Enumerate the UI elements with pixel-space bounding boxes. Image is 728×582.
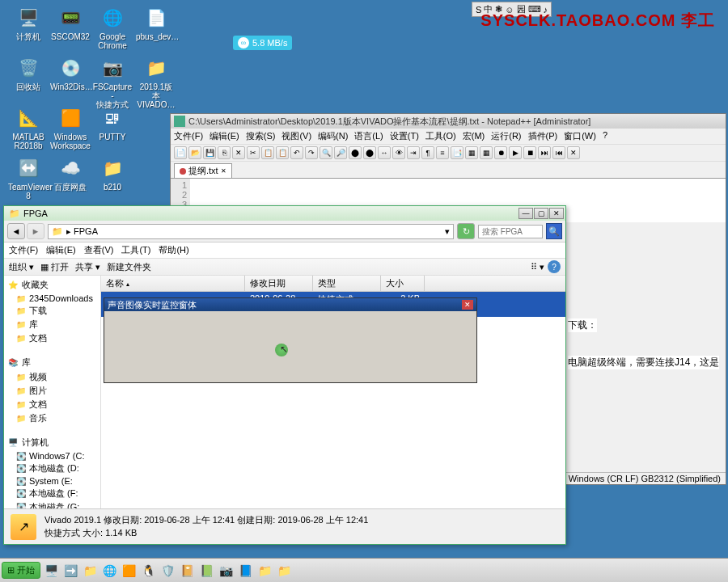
menu-item[interactable]: 文件(F) [9,244,38,256]
taskbar-app[interactable]: 📘 [236,562,254,580]
desktop-icon[interactable]: 📁2019.1版本VIVADO… [136,55,176,109]
toolbar-button[interactable]: ✕ [232,146,245,159]
toolbar-button[interactable]: ▦ [465,146,478,159]
taskbar-app[interactable]: ➡️ [61,562,79,580]
popup-window[interactable]: 声音图像实时监控窗体 ✕ [104,297,477,383]
start-button[interactable]: ⊞ 开始 [2,562,40,579]
tree-header[interactable]: 🖥️计算机 [6,435,99,450]
col-type[interactable]: 类型 [313,276,381,291]
col-size[interactable]: 大小 [381,276,425,291]
search-input[interactable] [478,225,543,238]
taskbar-app[interactable]: 📔 [178,562,196,580]
menu-item[interactable]: 视图(V) [281,130,311,142]
toolbar-button[interactable]: ⬤ [349,146,362,159]
tree-node[interactable]: 📁下载 [6,304,99,318]
npp-menubar[interactable]: 文件(F)编辑(E)搜索(S)视图(V)编码(N)语言(L)设置(T)工具(O)… [171,129,726,144]
tree-node[interactable]: 💽本地磁盘 (D: [6,462,99,475]
desktop-icon[interactable]: 💿Win32Dis… [50,55,91,91]
menu-item[interactable]: 宏(M) [463,130,485,142]
toolbar-button[interactable]: ⏹ [523,146,536,159]
tree-node[interactable]: 📁2345Downloads [6,293,99,304]
toolbar-button[interactable]: ▦ [480,146,493,159]
menu-item[interactable]: 搜索(S) [246,130,276,142]
menu-item[interactable]: 设置(T) [390,130,419,142]
menu-item[interactable]: 编辑(E) [46,244,76,256]
toolbar-button[interactable]: 📋 [276,146,289,159]
menu-item[interactable]: ? [603,130,607,142]
dropdown-icon[interactable]: ▾ [445,226,450,237]
close-button[interactable]: ✕ [549,208,564,219]
fwd-button[interactable]: ► [27,223,44,239]
menu-item[interactable]: 插件(P) [528,130,558,142]
desktop-icon[interactable]: ↔️TeamViewer8 [8,155,49,200]
taskbar-app[interactable]: 📷 [217,562,235,580]
toolbar-button[interactable]: ⏺ [494,146,507,159]
toolbar-button[interactable]: ↷ [305,146,318,159]
explorer-menubar[interactable]: 文件(F)编辑(E)查看(V)工具(T)帮助(H) [4,242,565,259]
maximize-button[interactable]: ▢ [534,208,548,219]
help-button[interactable]: ? [548,260,561,273]
tab-close-icon[interactable]: ✕ [221,167,226,175]
tree-node[interactable]: 📁音乐 [6,411,99,425]
share-button[interactable]: 共享 ▾ [75,261,100,273]
back-button[interactable]: ◄ [7,223,25,239]
taskbar[interactable]: ⊞ 开始 🖥️➡️📁🌐🟧🐧🛡️📔📗📷📘📁📁 [0,558,728,582]
npp-toolbar[interactable]: 📄📂💾⎘✕✂📋📋↶↷🔍🔎⬤⬤↔👁⇥¶≡📑▦▦⏺▶⏹⏭⏮✕ [171,144,726,162]
menu-item[interactable]: 编码(N) [318,130,348,142]
taskbar-app[interactable]: 🐧 [139,562,157,580]
toolbar-button[interactable]: ↔ [378,146,391,159]
taskbar-app[interactable]: 🟧 [120,562,138,580]
npp-tab-active[interactable]: 提纲.txt ✕ [174,163,232,178]
desktop-icon[interactable]: 📟SSCOM32 [50,5,91,41]
npp-titlebar[interactable]: C:\Users\Administrator\Desktop\2019.1版本V… [171,114,726,129]
explorer-titlebar[interactable]: 📁FPGA — ▢ ✕ [4,206,565,221]
search-button[interactable]: 🔍 [546,223,562,239]
menu-item[interactable]: 帮助(H) [159,244,188,256]
col-name[interactable]: 名称 ▴ [101,276,245,291]
toolbar-button[interactable]: ✂ [247,146,260,159]
popup-titlebar[interactable]: 声音图像实时监控窗体 ✕ [104,298,476,311]
minimize-button[interactable]: — [518,208,533,219]
tree-node[interactable]: 📁图片 [6,384,99,398]
taskbar-app[interactable]: 📗 [197,562,215,580]
toolbar-button[interactable]: ⇥ [407,146,420,159]
taskbar-app[interactable]: 🛡️ [159,562,176,580]
col-date[interactable]: 修改日期 [245,276,313,291]
desktop-icon[interactable]: 📁b210 [92,155,133,192]
toolbar-button[interactable]: 🔎 [334,146,347,159]
desktop-icon[interactable]: 📷FSCapture -快捷方式 [92,55,133,109]
taskbar-app[interactable]: 📁 [81,562,99,580]
address-path[interactable]: 📁 ▸ FPGA ▾ [48,224,454,239]
desktop-icon[interactable]: 🖳PUTTY [92,105,133,141]
tree-node[interactable]: 📁文档 [6,398,99,411]
taskbar-app[interactable]: 📁 [275,562,293,580]
explorer-cmdbar[interactable]: 组织 ▾ ▦打开 共享 ▾ 新建文件夹 ⠿ ▾ ? [4,259,565,276]
view-button[interactable]: ⠿ ▾ [531,262,544,272]
toolbar-button[interactable]: 👁 [392,146,405,159]
organize-button[interactable]: 组织 ▾ [9,261,34,273]
tree-node[interactable]: 💽本地磁盘 (F: [6,487,99,500]
toolbar-button[interactable]: ⎘ [218,146,231,159]
menu-item[interactable]: 文件(F) [174,130,203,142]
tree-node[interactable]: 💽System (E: [6,475,99,487]
desktop-icon[interactable]: 📄pbus_dev… [136,5,176,41]
list-header[interactable]: 名称 ▴ 修改日期 类型 大小 [101,276,565,292]
toolbar-button[interactable]: ✕ [567,146,580,159]
toolbar-button[interactable]: ▶ [509,146,522,159]
menu-item[interactable]: 运行(R) [491,130,521,142]
toolbar-button[interactable]: ⏭ [538,146,551,159]
desktop-icon[interactable]: 🟧WindowsWorkspace [50,105,91,150]
menu-item[interactable]: 工具(T) [121,244,150,256]
taskbar-app[interactable]: 🌐 [100,562,118,580]
newfolder-button[interactable]: 新建文件夹 [107,261,151,273]
toolbar-button[interactable]: 📑 [451,146,463,159]
toolbar-button[interactable]: 🔍 [320,146,332,159]
toolbar-button[interactable]: 📂 [188,146,201,159]
menu-item[interactable]: 工具(O) [425,130,456,142]
menu-item[interactable]: 查看(V) [84,244,114,256]
toolbar-button[interactable]: ↶ [290,146,303,159]
toolbar-button[interactable]: ¶ [421,146,434,159]
taskbar-app[interactable]: 📁 [256,562,273,580]
tree-header[interactable]: 📚库 [6,355,99,370]
open-button[interactable]: ▦打开 [40,261,69,273]
